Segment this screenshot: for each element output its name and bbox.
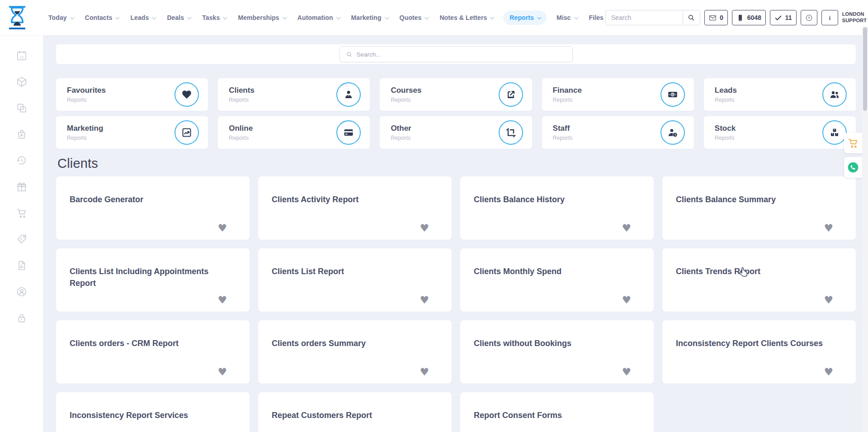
- category-title: Courses: [391, 86, 421, 95]
- info-button[interactable]: i: [821, 10, 838, 25]
- nav-item-quotes[interactable]: Quotes: [398, 10, 430, 25]
- nav-item-notes-letters[interactable]: Notes & Letters: [438, 10, 495, 25]
- chevron-down-icon: [574, 15, 578, 19]
- report-card[interactable]: Repeat Customers Report ♥: [258, 392, 452, 432]
- nav-item-marketing[interactable]: Marketing: [349, 10, 390, 25]
- cart-icon: [847, 137, 859, 149]
- report-title: Barcode Generator: [70, 194, 230, 205]
- favourite-heart-icon[interactable]: ♥: [420, 223, 429, 233]
- category-card-staff[interactable]: Staff Reports: [542, 116, 694, 149]
- header-search-input[interactable]: [606, 10, 683, 25]
- main-nav: TodayContactsLeadsDealsTasksMembershipsA…: [47, 10, 605, 25]
- category-card-leads[interactable]: Leads Reports: [704, 78, 856, 111]
- chevron-down-icon: [336, 15, 340, 19]
- category-card-stock[interactable]: Stock Reports: [704, 116, 856, 149]
- category-card-other[interactable]: Other Reports: [380, 116, 532, 149]
- report-card[interactable]: Inconsistency Report Services ♥: [56, 392, 250, 432]
- report-card[interactable]: Clients Monthly Spend ♥: [460, 248, 654, 312]
- favourite-heart-icon[interactable]: ♥: [217, 295, 227, 305]
- report-card[interactable]: Clients without Bookings ♥: [460, 320, 654, 384]
- nav-item-label: Memberships: [238, 14, 279, 21]
- category-subtitle: Reports: [715, 97, 737, 103]
- report-card[interactable]: Clients orders Summary ♥: [258, 320, 452, 384]
- svg-text:$: $: [20, 237, 22, 241]
- hourglass-logo-icon: [8, 5, 27, 30]
- chevron-down-icon: [425, 15, 429, 19]
- report-card[interactable]: Report Consent Forms ♥: [460, 392, 654, 432]
- whatsapp-fab-button[interactable]: [844, 157, 862, 178]
- nav-item-label: Marketing: [351, 14, 382, 21]
- category-subtitle: Reports: [553, 97, 582, 103]
- favourite-heart-icon[interactable]: ♥: [217, 223, 227, 233]
- header-search: [605, 10, 700, 25]
- category-text: Finance Reports: [553, 86, 582, 103]
- favourite-heart-icon[interactable]: ♥: [217, 367, 227, 377]
- reports-search-input[interactable]: [357, 51, 566, 58]
- main-content: Favourites Reports Clients Reports Cours…: [43, 35, 868, 432]
- category-card-clients[interactable]: Clients Reports: [218, 78, 370, 111]
- messages-badge[interactable]: 0: [704, 10, 728, 25]
- category-subtitle: Reports: [715, 135, 736, 141]
- category-card-courses[interactable]: Courses Reports: [380, 78, 532, 111]
- sidebar-cube-icon[interactable]: [0, 69, 43, 95]
- sidebar-tag-icon[interactable]: $: [0, 226, 43, 252]
- help-button[interactable]: ?: [801, 10, 817, 25]
- favourite-heart-icon[interactable]: ♥: [420, 367, 429, 377]
- nav-item-leads[interactable]: Leads: [128, 10, 157, 25]
- sidebar-bag-icon[interactable]: [0, 121, 43, 147]
- app-logo[interactable]: [0, 5, 43, 30]
- nav-item-today[interactable]: Today: [47, 10, 75, 25]
- sidebar-lock-icon[interactable]: [0, 305, 43, 331]
- report-title: Inconsistency Report Services: [70, 409, 230, 421]
- favourite-heart-icon[interactable]: ♥: [622, 367, 631, 377]
- report-card[interactable]: Clients Balance History ♥: [460, 176, 654, 240]
- report-card[interactable]: Clients List Including Appointments Repo…: [56, 248, 250, 312]
- search-button[interactable]: [683, 10, 700, 25]
- report-card[interactable]: Inconsistency Report Clients Courses ♥: [662, 320, 856, 384]
- info-icon: i: [826, 14, 834, 22]
- nav-item-contacts[interactable]: Contacts: [83, 10, 121, 25]
- nav-item-misc[interactable]: Misc: [555, 10, 579, 25]
- category-text: Staff Reports: [553, 124, 573, 141]
- report-card[interactable]: Clients List Report ♥: [258, 248, 452, 312]
- nav-item-automation[interactable]: Automation: [296, 10, 341, 25]
- nav-item-files[interactable]: Files: [587, 10, 605, 25]
- favourite-heart-icon[interactable]: ♥: [824, 295, 833, 305]
- sidebar-history-icon[interactable]: [0, 147, 43, 174]
- page-scrollbar[interactable]: [862, 27, 868, 432]
- sidebar-calendar-icon[interactable]: 12: [0, 43, 43, 69]
- nav-item-label: Misc: [557, 14, 571, 21]
- category-card-online[interactable]: Online Reports: [218, 116, 370, 149]
- sidebar-copy-icon[interactable]: [0, 95, 43, 121]
- favourite-heart-icon[interactable]: ♥: [622, 223, 631, 233]
- sidebar-user-circle-icon[interactable]: [0, 279, 43, 305]
- scrollbar-thumb[interactable]: [863, 27, 867, 111]
- report-card[interactable]: Clients Balance Summary ♥: [662, 176, 856, 240]
- cart-fab-button[interactable]: [844, 133, 862, 153]
- nav-item-memberships[interactable]: Memberships: [236, 10, 287, 25]
- category-title: Finance: [553, 86, 582, 95]
- favourite-heart-icon[interactable]: ♥: [824, 367, 833, 377]
- nav-item-deals[interactable]: Deals: [165, 10, 192, 25]
- nav-item-tasks[interactable]: Tasks: [200, 10, 228, 25]
- category-text: Clients Reports: [229, 86, 255, 103]
- nav-item-reports[interactable]: Reports: [503, 10, 547, 25]
- report-card[interactable]: Clients Activity Report ♥: [258, 176, 452, 240]
- chevron-down-icon: [223, 15, 227, 19]
- category-card-finance[interactable]: Finance Reports 0: [542, 78, 694, 111]
- category-card-favourites[interactable]: Favourites Reports: [56, 78, 208, 111]
- tasks-badge[interactable]: 11: [770, 10, 797, 25]
- whatsapp-icon: [847, 161, 859, 173]
- user-icon: [343, 89, 354, 100]
- sidebar-report-doc-icon[interactable]: [0, 252, 43, 279]
- favourite-heart-icon[interactable]: ♥: [622, 295, 631, 305]
- sidebar-gift-icon[interactable]: [0, 174, 43, 200]
- favourite-heart-icon[interactable]: ♥: [420, 295, 429, 305]
- category-card-marketing[interactable]: Marketing Reports: [56, 116, 208, 149]
- report-card[interactable]: Barcode Generator ♥: [56, 176, 250, 240]
- report-card[interactable]: Clients orders - CRM Report ♥: [56, 320, 250, 384]
- report-card[interactable]: Clients Trends Report ♥: [662, 248, 856, 312]
- favourite-heart-icon[interactable]: ♥: [824, 223, 833, 233]
- phone-badge[interactable]: 6048: [732, 10, 766, 25]
- sidebar-cart-icon[interactable]: [0, 200, 43, 226]
